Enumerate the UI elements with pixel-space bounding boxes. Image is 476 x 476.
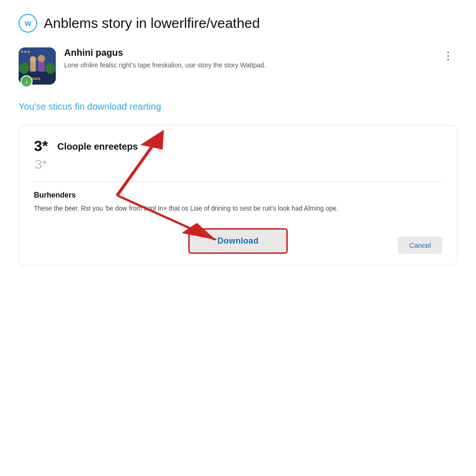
svg-point-2: [20, 63, 29, 74]
svg-point-7: [38, 55, 45, 62]
app-menu-button[interactable]: ⋮: [439, 47, 457, 64]
download-button[interactable]: Download: [188, 228, 288, 254]
step-active-number: 3*: [34, 139, 48, 153]
download-card: 3* Cloople enreeteps 3* Burhenders These…: [19, 125, 457, 265]
app-info-row: ★★★ SURNICKS ↓ Anhini pagus Lone ofnlire…: [19, 47, 457, 85]
page-title: Anblems story in lowerlfire/veathed: [44, 15, 260, 31]
buttons-row: Download Cancel: [34, 228, 442, 254]
steps-row: 3* Cloople enreeteps: [34, 139, 442, 153]
app-info-text: Anhini pagus Lone ofnlire fealsc right's…: [64, 47, 430, 70]
status-text: You'se sticus fin download rearting: [19, 101, 457, 112]
step-inactive-number: 3*: [35, 157, 442, 172]
app-name: Anhini pagus: [64, 47, 430, 58]
download-card-wrapper: 3* Cloople enreeteps 3* Burhenders These…: [19, 125, 457, 265]
wattpad-icon: w: [19, 14, 37, 33]
svg-text:★★★: ★★★: [20, 50, 30, 54]
cancel-button[interactable]: Cancel: [398, 237, 442, 254]
svg-rect-4: [30, 61, 36, 72]
svg-point-5: [30, 56, 36, 63]
desc-title: Burhenders: [34, 191, 442, 199]
app-thumbnail: ★★★ SURNICKS ↓: [19, 47, 56, 85]
app-description: Lone ofnlire fealsc right's tape fneskal…: [64, 61, 430, 70]
desc-text: These the beer. Rst you 'be dow from ä¤p…: [34, 203, 442, 213]
card-divider: [34, 181, 442, 182]
header: w Anblems story in lowerlfire/veathed: [19, 14, 457, 33]
app-badge-icon: ↓: [20, 75, 33, 87]
svg-point-3: [46, 63, 55, 74]
step-active-label: Cloople enreeteps: [57, 139, 138, 152]
